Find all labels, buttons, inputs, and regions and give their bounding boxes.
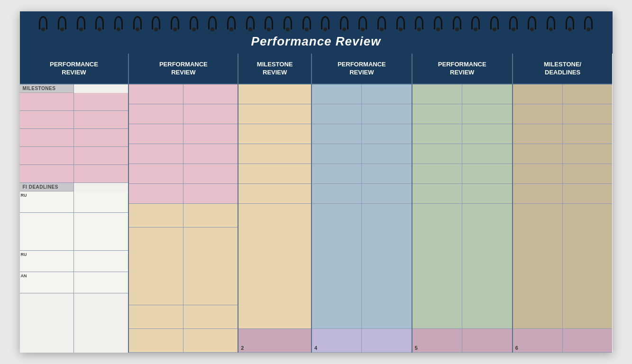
data-cell (238, 84, 311, 104)
data-cell (74, 93, 128, 111)
spiral-binding (20, 11, 613, 29)
data-cell (563, 104, 612, 124)
coil (171, 16, 179, 29)
coil (471, 16, 480, 29)
data-cell (362, 104, 411, 124)
data-cell (412, 104, 462, 124)
column-group-1: PERFORMANCEREVIEW MILESTONES Fi DEADLINE… (20, 54, 129, 353)
coil (509, 16, 518, 29)
data-cell (513, 164, 562, 184)
cell-number: 4 (314, 345, 317, 351)
data-cell (129, 164, 183, 184)
sub-cols-6: 6 (513, 84, 613, 353)
data-cell (462, 184, 512, 204)
data-cell (513, 104, 562, 124)
data-cell (462, 204, 512, 329)
cell-number: 5 (415, 345, 418, 351)
coil (302, 16, 311, 29)
data-cell (362, 124, 411, 144)
data-cell (74, 191, 128, 213)
data-cell (20, 129, 74, 147)
data-cell (513, 124, 562, 144)
data-cell (312, 104, 361, 124)
data-cell (412, 184, 462, 204)
data-cell (312, 144, 361, 164)
coil (58, 16, 66, 29)
coil (415, 16, 423, 29)
data-cell (412, 124, 462, 144)
data-cell (129, 329, 183, 353)
col-header-4: PERFORMANCEREVIEW (312, 54, 412, 84)
coil (396, 16, 405, 29)
sub-col-4b (362, 84, 411, 353)
coil (114, 16, 123, 29)
row-label: RU (21, 252, 27, 257)
data-cell: AN (20, 272, 74, 293)
data-cell (74, 213, 128, 251)
sub-col-2a (129, 84, 183, 353)
coil (358, 16, 367, 29)
coil (528, 16, 536, 29)
data-cell (74, 111, 128, 129)
coil (133, 16, 142, 29)
sub-col-6b (563, 84, 612, 353)
data-cell (513, 184, 562, 204)
sub-cols-5: 5 (412, 84, 512, 353)
sub-col-6a: 6 (513, 84, 563, 353)
data-cell (183, 228, 238, 305)
data-cell (563, 164, 612, 184)
data-cell (20, 165, 74, 183)
sub-cols-3: 2 (238, 84, 311, 353)
row-label: RU (21, 193, 27, 198)
coil (340, 16, 348, 29)
data-cell (462, 164, 512, 184)
data-cell (513, 204, 562, 329)
data-cell (312, 204, 361, 329)
data-cell (462, 124, 512, 144)
data-cell (362, 84, 411, 104)
coil (39, 16, 47, 29)
data-cell: RU (20, 191, 74, 213)
data-cell (312, 124, 361, 144)
data-cell (563, 124, 612, 144)
column-group-2: PERFORMANCEREVIEW (129, 54, 238, 353)
coil (152, 16, 160, 29)
data-cell: RU (20, 251, 74, 272)
cell-number: 2 (241, 345, 244, 351)
data-cell (362, 329, 411, 353)
sub-col-1a: MILESTONES Fi DEADLINES RU RU AN (20, 84, 74, 353)
coil (566, 16, 574, 29)
coil (227, 16, 236, 29)
column-group-3: MILESTONEREVIEW 2 (238, 54, 312, 353)
data-cell (183, 84, 238, 104)
coil (265, 16, 273, 29)
coil (77, 16, 85, 29)
col-header-5: PERFORMANCEREVIEW (412, 54, 512, 84)
page-title: Performance Review (29, 34, 603, 49)
data-cell (513, 144, 562, 164)
data-cell (20, 93, 74, 111)
data-cell (563, 84, 612, 104)
data-cell (129, 228, 183, 305)
data-cell (238, 144, 311, 164)
col-header-2: PERFORMANCEREVIEW (129, 54, 238, 84)
data-cell (462, 104, 512, 124)
data-cell (412, 164, 462, 184)
coil (208, 16, 217, 29)
data-cell (20, 213, 74, 251)
column-group-5: PERFORMANCEREVIEW 5 (412, 54, 513, 353)
coil (547, 16, 555, 29)
coil (246, 16, 255, 29)
sub-cols-2 (129, 84, 238, 353)
data-cell (563, 329, 612, 353)
data-cell (20, 111, 74, 129)
data-cell (362, 184, 411, 204)
data-cell: 4 (312, 329, 361, 353)
coil (284, 16, 292, 29)
data-cell (412, 84, 462, 104)
data-cell: 6 (513, 329, 562, 353)
data-cell (183, 305, 238, 329)
data-cell (74, 251, 128, 272)
data-cell (74, 129, 128, 147)
cell-number: 6 (515, 345, 518, 351)
